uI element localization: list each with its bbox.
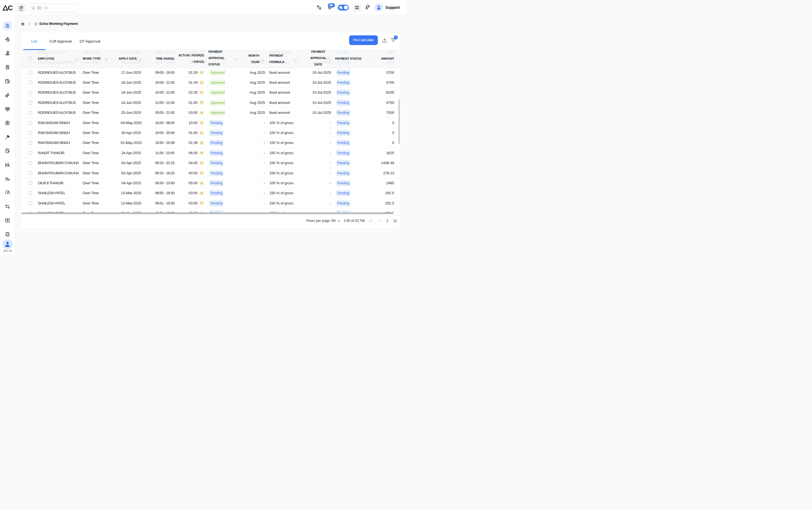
svg-text:C: C [8, 5, 12, 11]
svg-text:A: A [317, 5, 319, 8]
